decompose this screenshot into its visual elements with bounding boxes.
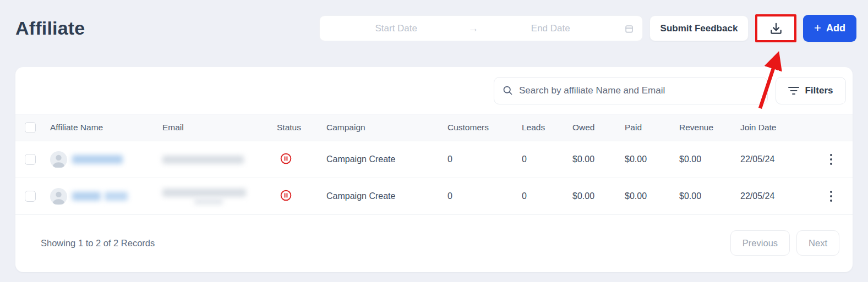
avatar — [50, 151, 67, 168]
paid-cell: $0.00 — [625, 154, 679, 164]
submit-feedback-button[interactable]: Submit Feedback — [649, 15, 749, 41]
column-header-revenue: Revenue — [679, 123, 740, 132]
column-header-leads: Leads — [522, 123, 572, 132]
column-header-email: Email — [162, 123, 277, 132]
row-checkbox[interactable] — [25, 154, 36, 165]
column-header-customers: Customers — [447, 123, 522, 132]
table-header-row: Affiliate Name Email Status Campaign Cus… — [15, 114, 853, 141]
redacted-affiliate-name[interactable] — [72, 192, 128, 201]
filter-icon — [788, 86, 799, 96]
row-actions-kebab-icon[interactable] — [824, 151, 838, 168]
leads-cell: 0 — [522, 154, 572, 164]
column-header-join-date: Join Date — [740, 123, 817, 132]
column-header-campaign: Campaign — [326, 123, 447, 132]
download-icon — [769, 21, 783, 36]
add-button[interactable]: + Add — [803, 15, 856, 42]
leads-cell: 0 — [522, 191, 572, 201]
campaign-cell: Campaign Create — [326, 154, 447, 164]
table-toolbar: Filters — [15, 67, 853, 114]
page-title: Affiliate — [15, 18, 85, 39]
calendar-icon — [624, 23, 635, 34]
plus-icon: + — [814, 22, 821, 34]
status-paused-icon[interactable] — [280, 152, 292, 165]
search-icon — [502, 85, 514, 96]
join-date-cell: 22/05/24 — [740, 154, 817, 164]
redacted-affiliate-name[interactable] — [72, 155, 123, 164]
redacted-email — [162, 189, 277, 204]
revenue-cell: $0.00 — [679, 154, 740, 164]
owed-cell: $0.00 — [572, 191, 625, 201]
date-range-picker[interactable]: Start Date → End Date — [319, 15, 643, 41]
status-paused-icon[interactable] — [280, 189, 292, 202]
download-button[interactable] — [755, 14, 796, 42]
avatar — [50, 188, 67, 205]
start-date-input[interactable]: Start Date — [327, 23, 465, 34]
join-date-cell: 22/05/24 — [740, 191, 817, 201]
column-header-affiliate-name: Affiliate Name — [50, 123, 162, 132]
affiliate-table-card: Filters Affiliate Name Email Status Camp… — [15, 67, 853, 272]
pagination: Previous Next — [730, 230, 839, 256]
filters-button-label: Filters — [805, 85, 833, 96]
end-date-input[interactable]: End Date — [482, 23, 620, 34]
paid-cell: $0.00 — [625, 191, 679, 201]
previous-page-button[interactable]: Previous — [730, 230, 790, 256]
next-page-button[interactable]: Next — [796, 230, 839, 256]
page-header: Affiliate Start Date → End Date Submit F… — [0, 0, 868, 42]
table-footer: Showing 1 to 2 of 2 Records Previous Nex… — [15, 215, 853, 271]
row-actions-kebab-icon[interactable] — [824, 188, 838, 204]
row-checkbox[interactable] — [25, 191, 36, 202]
customers-cell: 0 — [447, 191, 522, 201]
table-row: Campaign Create 0 0 $0.00 $0.00 $0.00 22… — [15, 141, 853, 178]
records-summary: Showing 1 to 2 of 2 Records — [41, 238, 155, 248]
campaign-cell: Campaign Create — [326, 191, 447, 201]
range-arrow-icon: → — [465, 23, 482, 35]
table-row: Campaign Create 0 0 $0.00 $0.00 $0.00 22… — [15, 178, 853, 215]
redacted-email — [162, 156, 277, 164]
customers-cell: 0 — [447, 154, 522, 164]
add-button-label: Add — [826, 23, 845, 34]
search-box[interactable] — [494, 77, 768, 104]
column-header-paid: Paid — [625, 123, 679, 132]
column-header-status: Status — [277, 123, 326, 132]
select-all-checkbox[interactable] — [25, 122, 36, 133]
filters-button[interactable]: Filters — [776, 77, 846, 104]
search-input[interactable] — [519, 85, 760, 96]
owed-cell: $0.00 — [572, 154, 625, 164]
revenue-cell: $0.00 — [679, 191, 740, 201]
column-header-owed: Owed — [572, 123, 625, 132]
